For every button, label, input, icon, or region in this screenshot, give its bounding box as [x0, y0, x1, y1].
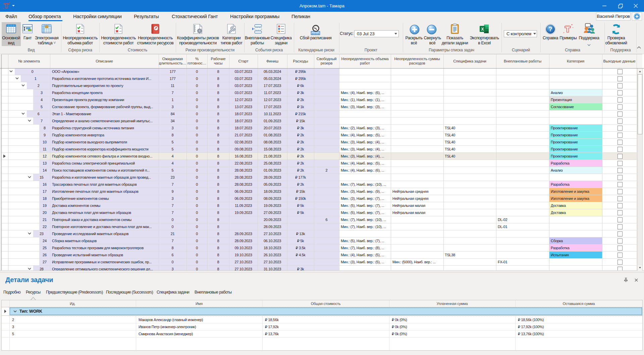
- svg-text:X: X: [481, 27, 484, 32]
- svg-text:?: ?: [549, 26, 552, 33]
